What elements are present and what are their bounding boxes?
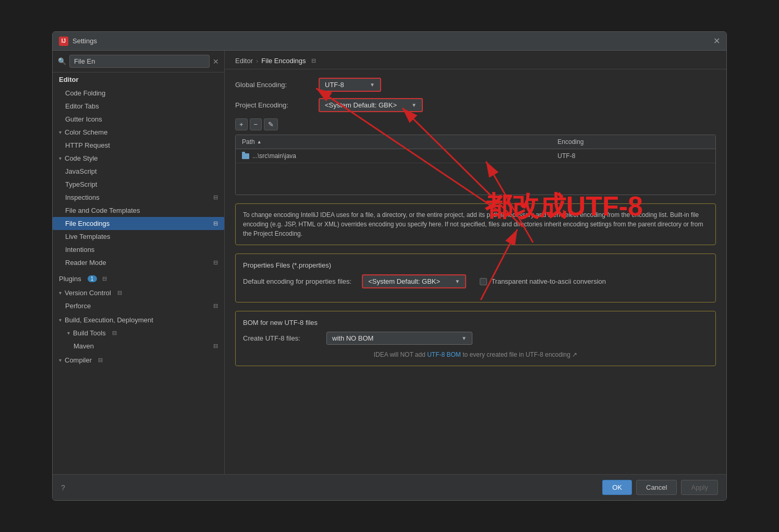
dialog-title: Settings xyxy=(72,37,97,45)
ok-button[interactable]: OK xyxy=(602,480,632,495)
encoding-column-header: Encoding xyxy=(551,135,715,149)
chevron-icon: ▾ xyxy=(59,357,62,363)
global-encoding-value: UTF-8 xyxy=(325,81,344,89)
transparent-checkbox[interactable] xyxy=(480,278,487,285)
project-encoding-row: Project Encoding: <System Default: GBK> … xyxy=(235,98,716,112)
app-icon: IJ xyxy=(59,37,68,46)
sidebar-group-code-style[interactable]: ▾ Code Style xyxy=(53,152,224,165)
bom-note: IDEA will NOT add UTF-8 BOM to every cre… xyxy=(243,351,708,358)
settings-icon: ⊟ xyxy=(213,303,218,309)
close-button[interactable]: ✕ xyxy=(713,37,720,45)
sidebar-group-build-tools[interactable]: ▾ Build Tools ⊟ xyxy=(53,327,224,340)
properties-encoding-dropdown[interactable]: <System Default: GBK> ▼ xyxy=(362,274,466,288)
apply-button[interactable]: Apply xyxy=(681,480,718,495)
sidebar-section-plugins[interactable]: Plugins 1 ⊟ xyxy=(53,272,224,285)
sidebar-group-version-control[interactable]: ▾ Version Control ⊟ xyxy=(53,286,224,299)
sidebar-group-build[interactable]: ▾ Build, Execution, Deployment xyxy=(53,313,224,327)
footer-left: ? xyxy=(61,483,65,492)
cancel-button[interactable]: Cancel xyxy=(636,480,677,495)
search-clear-button[interactable]: ✕ xyxy=(213,57,219,66)
bom-note-link[interactable]: UTF-8 BOM xyxy=(427,351,461,358)
chevron-icon: ▾ xyxy=(59,155,62,161)
search-icon: 🔍 xyxy=(58,57,66,65)
chevron-icon: ▾ xyxy=(59,129,62,135)
sidebar-item-intentions[interactable]: Intentions xyxy=(53,243,224,256)
sidebar-item-editor-tabs[interactable]: Editor Tabs xyxy=(53,100,224,113)
compiler-label: Compiler xyxy=(65,356,92,364)
create-utf8-value: with NO BOM xyxy=(332,334,373,342)
help-button[interactable]: ? xyxy=(61,483,65,492)
settings-icon: ⊟ xyxy=(213,343,218,349)
search-input[interactable] xyxy=(69,55,210,68)
create-utf8-dropdown[interactable]: with NO BOM ▼ xyxy=(326,332,472,345)
sidebar-section-editor: Editor xyxy=(53,72,224,87)
plugins-badge: 1 xyxy=(88,275,97,282)
dialog-body: 🔍 ✕ Editor Code Folding Editor Tabs Gutt… xyxy=(53,51,726,474)
add-button[interactable]: + xyxy=(235,118,248,130)
sidebar-item-http-request[interactable]: HTTP Request xyxy=(53,139,224,152)
transparent-checkbox-row: Transparent native-to-ascii conversion xyxy=(480,277,606,285)
table-toolbar: + − ✎ xyxy=(235,118,716,130)
breadcrumb-current: File Encodings xyxy=(261,57,306,65)
breadcrumb-separator: › xyxy=(256,57,258,65)
path-cell: ...\src\main\java xyxy=(236,149,551,163)
dropdown-arrow-icon: ▼ xyxy=(461,335,467,341)
chevron-icon: ▾ xyxy=(59,290,62,296)
settings-icon: ⊟ xyxy=(213,259,218,266)
settings-icon: ⊟ xyxy=(102,275,107,282)
settings-icon: ⊟ xyxy=(213,194,218,201)
path-column-header: Path ▲ xyxy=(236,135,551,149)
encoding-table: Path ▲ Encoding ...\src\main\java xyxy=(235,135,716,195)
build-label: Build, Execution, Deployment xyxy=(65,316,153,324)
transparent-label: Transparent native-to-ascii conversion xyxy=(491,277,606,285)
edit-button[interactable]: ✎ xyxy=(264,118,278,130)
bom-section-title: BOM for new UTF-8 files xyxy=(243,319,708,327)
content-area: Global Encoding: UTF-8 ▼ Project Encodin… xyxy=(225,69,726,474)
properties-encoding-row: Default encoding for properties files: <… xyxy=(243,274,708,288)
sidebar-item-gutter-icons[interactable]: Gutter Icons xyxy=(53,113,224,126)
sidebar-item-reader-mode[interactable]: Reader Mode ⊟ xyxy=(53,256,224,269)
plugins-label: Plugins xyxy=(59,275,81,283)
folder-icon xyxy=(242,153,249,159)
sidebar-item-maven[interactable]: Maven ⊟ xyxy=(53,340,224,353)
sidebar-group-color-scheme[interactable]: ▾ Color Scheme xyxy=(53,126,224,139)
sidebar-item-javascript[interactable]: JavaScript xyxy=(53,165,224,178)
remove-button[interactable]: − xyxy=(250,118,262,130)
settings-icon: ⊟ xyxy=(112,330,117,336)
table-header: Path ▲ Encoding xyxy=(236,135,715,149)
create-utf8-row: Create UTF-8 files: with NO BOM ▼ xyxy=(243,332,708,345)
create-utf8-label: Create UTF-8 files: xyxy=(243,334,321,342)
project-encoding-value: <System Default: GBK> xyxy=(325,101,397,109)
sidebar-item-typescript[interactable]: TypeScript xyxy=(53,178,224,191)
sidebar-item-live-templates[interactable]: Live Templates xyxy=(53,230,224,243)
version-control-label: Version Control xyxy=(65,289,111,297)
dropdown-arrow-icon: ▼ xyxy=(370,82,375,88)
sidebar-item-file-encodings[interactable]: File Encodings ⊟ xyxy=(53,217,224,230)
breadcrumb-icon: ⊟ xyxy=(311,57,316,64)
breadcrumb-parent: Editor xyxy=(235,57,253,65)
sidebar-item-perforce[interactable]: Perforce ⊟ xyxy=(53,299,224,312)
chevron-icon: ▾ xyxy=(67,330,70,336)
main-content: Editor › File Encodings ⊟ Global Encodin… xyxy=(225,51,726,474)
bom-section: BOM for new UTF-8 files Create UTF-8 fil… xyxy=(235,311,716,366)
global-encoding-dropdown[interactable]: UTF-8 ▼ xyxy=(319,78,381,92)
search-bar: 🔍 ✕ xyxy=(53,51,224,72)
dialog-footer: ? OK Cancel Apply xyxy=(53,474,726,500)
settings-icon: ⊟ xyxy=(98,357,103,364)
properties-encoding-value: <System Default: GBK> xyxy=(368,277,440,285)
sidebar-group-compiler[interactable]: ▾ Compiler ⊟ xyxy=(53,354,224,367)
sidebar-item-code-folding[interactable]: Code Folding xyxy=(53,87,224,100)
global-encoding-row: Global Encoding: UTF-8 ▼ xyxy=(235,78,716,92)
properties-encoding-label: Default encoding for properties files: xyxy=(243,277,351,285)
sidebar: 🔍 ✕ Editor Code Folding Editor Tabs Gutt… xyxy=(53,51,225,474)
table-empty-area xyxy=(236,163,715,195)
sidebar-item-file-code-templates[interactable]: File and Code Templates xyxy=(53,204,224,217)
info-text: To change encoding IntelliJ IDEA uses fo… xyxy=(243,211,703,237)
table-row[interactable]: ...\src\main\java UTF-8 xyxy=(236,149,715,163)
global-encoding-label: Global Encoding: xyxy=(235,81,313,89)
info-box: To change encoding IntelliJ IDEA uses fo… xyxy=(235,203,716,245)
chevron-icon: ▾ xyxy=(59,317,62,323)
properties-section-title: Properties Files (*.properties) xyxy=(243,261,708,269)
sidebar-item-inspections[interactable]: Inspections ⊟ xyxy=(53,191,224,204)
project-encoding-dropdown[interactable]: <System Default: GBK> ▼ xyxy=(319,98,423,112)
